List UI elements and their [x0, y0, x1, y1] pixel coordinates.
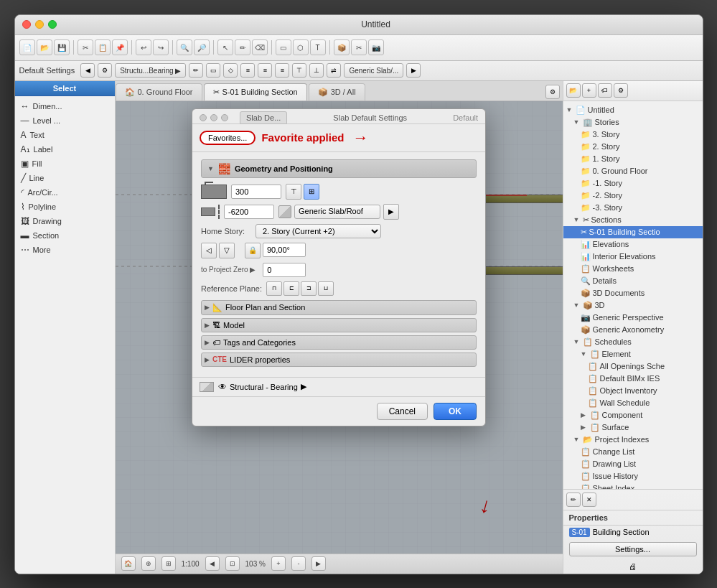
tree-element[interactable]: ▼📋Element [563, 348, 703, 360]
rp-btn-1[interactable]: 📂 [566, 83, 581, 98]
tool-label[interactable]: A₁Label [15, 142, 115, 157]
close-button[interactable] [22, 20, 31, 29]
align-top-icon[interactable]: ⊤ [286, 184, 301, 200]
ref-btn-2[interactable]: ⊏ [283, 281, 299, 296]
redo-btn[interactable]: ↪ [153, 39, 169, 55]
edit-btn[interactable]: ✏ [189, 63, 203, 78]
tree-project-indexes[interactable]: ▼ 📂 Project Indexes [563, 434, 703, 446]
diamond-btn[interactable]: ◇ [223, 63, 238, 78]
tree-story-minus3[interactable]: 📁-3. Story [563, 202, 703, 214]
tree-all-openings[interactable]: 📋All Openings Sche [563, 360, 703, 373]
tree-axonometry[interactable]: 📦Generic Axonometry [563, 324, 703, 336]
tab-3d-all[interactable]: 📦 3D / All [309, 83, 365, 101]
minimize-button[interactable] [35, 20, 44, 29]
tree-issue-history[interactable]: 📋Issue History [563, 470, 703, 482]
align-left[interactable]: ≡ [240, 63, 255, 78]
copy-btn[interactable]: 📋 [95, 39, 111, 55]
settings-button[interactable]: Settings... [569, 542, 697, 556]
nav-next[interactable]: ▶ [311, 556, 326, 571]
pen-btn[interactable]: ✏ [235, 39, 250, 55]
tool-text[interactable]: AText [15, 128, 115, 142]
prop-edit-btn[interactable]: ✏ [566, 493, 581, 507]
paste-btn[interactable]: 📌 [112, 39, 128, 55]
cut-btn[interactable]: ✂ [78, 39, 93, 55]
tree-story-1[interactable]: 📁1. Story [563, 153, 703, 165]
structural-arrow[interactable]: ▶ [301, 382, 306, 391]
tree-component[interactable]: ▶📋Component [563, 409, 703, 421]
material-expand[interactable]: ▶ [406, 63, 421, 78]
tree-interior-elev[interactable]: 📊Interior Elevations [563, 251, 703, 263]
tree-object-inv[interactable]: 📋Object Inventory [563, 385, 703, 397]
tree-default-bimx[interactable]: 📋Default BIMx IES [563, 373, 703, 385]
align-bottom[interactable]: ⊥ [309, 63, 324, 78]
save-btn[interactable]: 💾 [54, 39, 70, 55]
zoom-out-btn[interactable]: 🔎 [194, 39, 210, 55]
bearing-dropdown[interactable]: Structu...Bearing ▶ [115, 63, 186, 78]
square-btn[interactable]: ▭ [206, 63, 220, 78]
material-dropdown[interactable]: Generic Slab/... [344, 63, 403, 78]
cancel-button[interactable]: Cancel [377, 403, 428, 420]
align-right[interactable]: ≡ [275, 63, 289, 78]
tree-details[interactable]: 🔍Details [563, 275, 703, 287]
ref-btn-4[interactable]: ⊔ [318, 281, 334, 296]
tree-story-minus1[interactable]: 📁-1. Story [563, 177, 703, 190]
tool-more[interactable]: ⋯More [15, 243, 115, 257]
favorites-button[interactable]: Favorites... [200, 131, 256, 145]
align-mid-icon[interactable]: ⊞ [304, 184, 319, 200]
zoom-in-btn[interactable]: 🔍 [177, 39, 192, 55]
prop-close-btn[interactable]: ✕ [582, 493, 596, 507]
tree-stories[interactable]: ▼ 🏢 Stories [563, 116, 703, 129]
tree-elevations[interactable]: 📊Elevations [563, 238, 703, 251]
undo-btn[interactable]: ↩ [136, 39, 151, 55]
zoom-in-2[interactable]: + [271, 556, 286, 571]
tree-section-s01[interactable]: ✂S-01 Building Sectio [563, 226, 703, 238]
maximize-button[interactable] [48, 20, 57, 29]
tool-polyline[interactable]: ⌇Polyline [15, 200, 115, 214]
pos-down-icon[interactable]: ▽ [219, 243, 235, 258]
poly-btn[interactable]: ⬡ [293, 39, 309, 55]
tree-drawing-list[interactable]: 📋Drawing List [563, 458, 703, 470]
tool-section[interactable]: ▬Section [15, 228, 115, 243]
offset-input[interactable]: -6200 [224, 205, 274, 219]
rp-btn-4[interactable]: ⚙ [614, 83, 628, 98]
floor-plan-section[interactable]: ▶ 📐 Floor Plan and Section [201, 300, 477, 315]
tree-root[interactable]: ▼ 📄 Untitled [563, 104, 703, 116]
tree-perspective[interactable]: 📷Generic Perspective [563, 312, 703, 324]
material-dropdown-modal[interactable]: Generic Slab/Roof [294, 205, 380, 219]
pos-left-icon[interactable]: ◁ [201, 243, 217, 258]
lider-section[interactable]: ▶ CTE LIDER properties [201, 353, 477, 367]
home-story-select[interactable]: 2. Story (Current +2) 1. Story (Current … [256, 224, 381, 238]
tool-drawing[interactable]: 🖼Drawing [15, 214, 115, 228]
tool-dimen[interactable]: ↔Dimen... [15, 99, 115, 113]
tree-3ddocs[interactable]: 📦3D Documents [563, 287, 703, 299]
rect-btn[interactable]: ▭ [276, 39, 291, 55]
rp-btn-3[interactable]: 🏷 [598, 83, 612, 98]
tree-story-2[interactable]: 📁2. Story [563, 141, 703, 153]
tool-fill[interactable]: ▣Fill [15, 157, 115, 171]
tree-sheet-index[interactable]: 📋Sheet Index [563, 482, 703, 489]
nav-btn-2[interactable]: ⊕ [141, 556, 156, 571]
tab-ground-floor[interactable]: 🏠 0. Ground Floor [116, 83, 202, 101]
tree-story-ground[interactable]: 📁0. Ground Floor [563, 165, 703, 177]
angle-input[interactable]: 90,00° [263, 243, 306, 257]
material-expand-btn[interactable]: ▶ [383, 204, 399, 220]
eraser-btn[interactable]: ⌫ [252, 39, 268, 55]
tab-options-btn[interactable]: ⚙ [545, 85, 560, 99]
tree-story-minus2[interactable]: 📁-2. Story [563, 190, 703, 202]
modal-maximize[interactable] [221, 114, 228, 121]
tree-story-3[interactable]: 📁3. Story [563, 129, 703, 141]
tab-building-section[interactable]: ✂ S-01 Building Section [204, 83, 307, 101]
view3d-btn[interactable]: 📦 [334, 39, 350, 55]
open-btn[interactable]: 📂 [37, 39, 52, 55]
tool-arc[interactable]: ◜Arc/Cir... [15, 185, 115, 200]
tree-change-list[interactable]: 📋Change List [563, 446, 703, 458]
zoom-out-2[interactable]: - [291, 556, 306, 571]
ref-btn-3[interactable]: ⊐ [301, 281, 317, 296]
project-zero-input[interactable]: 0 [263, 263, 306, 277]
tool-line[interactable]: ╱Line [15, 171, 115, 185]
tree-wall-schedule[interactable]: 📋Wall Schedule [563, 397, 703, 409]
new-btn[interactable]: 📄 [19, 39, 35, 55]
camera-btn[interactable]: 📷 [368, 39, 384, 55]
rp-btn-2[interactable]: + [582, 83, 596, 98]
tree-worksheets[interactable]: 📋Worksheets [563, 263, 703, 275]
